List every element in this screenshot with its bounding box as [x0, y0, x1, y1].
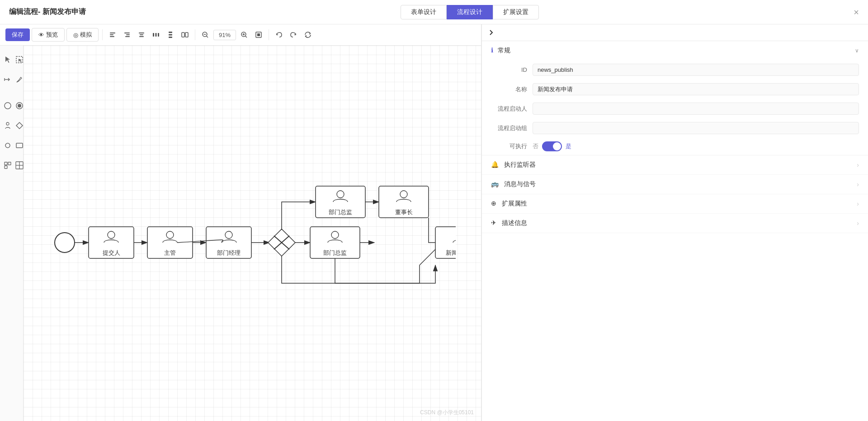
messages-label: 消息与信号: [504, 180, 536, 187]
preview-button[interactable]: 👁 预览: [32, 28, 65, 42]
circle-filled-tool[interactable]: [14, 97, 24, 114]
align-right-btn[interactable]: [121, 28, 133, 41]
svg-rect-9: [153, 33, 154, 37]
eye-icon: 👁: [38, 32, 44, 38]
fit-screen-btn[interactable]: [252, 28, 265, 41]
general-section-header[interactable]: ℹ 常规 ∨: [482, 41, 868, 60]
svg-rect-36: [16, 143, 23, 148]
chevron-right-icon-messages: ›: [857, 181, 859, 188]
listeners-row[interactable]: 🔔 执行监听器 ›: [482, 155, 868, 175]
grid-large-tool[interactable]: [14, 157, 24, 174]
svg-text:提交人: 提交人: [103, 249, 120, 256]
chevron-right-icon: [487, 29, 495, 36]
connect-tool[interactable]: [3, 71, 13, 88]
save-button[interactable]: 保存: [5, 28, 30, 41]
flow-diagram: 提交人 主管 部门经理: [49, 143, 456, 324]
ext-props-row[interactable]: ⊕ 扩展属性 ›: [482, 194, 868, 214]
grid-small-tool[interactable]: [3, 157, 13, 174]
tab-ext-settings[interactable]: 扩展设置: [493, 5, 539, 19]
executable-label: 可执行: [491, 142, 527, 150]
svg-rect-13: [169, 34, 172, 36]
top-bar: 编辑流程- 新闻发布申请 表单设计 流程设计 扩展设置 ×: [0, 0, 868, 24]
listeners-label: 执行监听器: [504, 161, 536, 168]
starter-input[interactable]: [533, 103, 859, 115]
chevron-right-icon-ext-props: ›: [857, 200, 859, 207]
undo-btn[interactable]: [273, 28, 285, 41]
svg-rect-8: [139, 36, 144, 37]
name-input[interactable]: [533, 83, 859, 95]
separator-3: [269, 29, 269, 40]
tab-form-design[interactable]: 表单设计: [401, 5, 447, 19]
redo-btn[interactable]: [287, 28, 300, 41]
circle-small-tool[interactable]: [3, 137, 13, 154]
mock-icon: ◎: [73, 32, 78, 38]
person-tool[interactable]: [3, 117, 13, 134]
chevron-right-icon-listeners: ›: [857, 161, 859, 168]
select-tool[interactable]: [14, 51, 24, 68]
svg-rect-2: [110, 36, 114, 37]
rect-tool[interactable]: [14, 137, 24, 154]
id-label: ID: [491, 66, 527, 73]
messages-row[interactable]: 🚌 消息与信号 ›: [482, 175, 868, 194]
separator-1: [102, 29, 103, 40]
tab-flow-design[interactable]: 流程设计: [447, 5, 493, 19]
align-left-btn[interactable]: [106, 28, 119, 41]
executable-row: 可执行 否 是: [482, 138, 868, 155]
starter-field: 流程启动人: [482, 99, 868, 118]
id-input[interactable]: [533, 64, 859, 76]
chevron-right-icon-desc: ›: [857, 220, 859, 227]
svg-point-33: [6, 122, 9, 125]
executable-toggle[interactable]: [542, 141, 562, 151]
flow-canvas[interactable]: 提交人 主管 部门经理: [24, 46, 481, 421]
chevron-down-icon: ∨: [855, 47, 859, 54]
tool-row-4: [3, 117, 20, 134]
page-title: 编辑流程- 新闻发布申请: [9, 7, 86, 17]
distribute-v-btn[interactable]: [164, 28, 177, 41]
info-icon: ℹ: [491, 47, 493, 54]
refresh-btn[interactable]: [302, 28, 314, 41]
tab-group: 表单设计 流程设计 扩展设置: [401, 5, 539, 19]
mock-button[interactable]: ◎ 模拟: [66, 28, 99, 42]
start-group-input[interactable]: [533, 122, 859, 134]
circle-outline-tool[interactable]: [3, 97, 13, 114]
svg-rect-3: [124, 33, 130, 33]
executable-no-label: 否: [533, 142, 538, 150]
svg-rect-38: [8, 162, 11, 165]
main-layout: 保存 👁 预览 ◎ 模拟: [0, 24, 868, 421]
pen-tool[interactable]: [14, 71, 24, 88]
zoom-in-btn[interactable]: [238, 28, 250, 41]
svg-rect-12: [169, 32, 172, 33]
right-panel: ℹ 常规 ∨ ID 名称 流程启动人 流程启动组: [481, 24, 868, 421]
zoom-out-btn[interactable]: [199, 28, 212, 41]
zoom-level[interactable]: 91%: [213, 30, 236, 40]
tool-row-1: [3, 51, 20, 68]
shape-tools-panel: [0, 46, 24, 421]
svg-rect-11: [158, 33, 159, 37]
align-center-btn[interactable]: [135, 28, 148, 41]
pointer-tool[interactable]: [3, 51, 13, 68]
panel-toggle[interactable]: [482, 24, 868, 41]
canvas-area: 提交人 主管 部门经理: [0, 46, 481, 421]
svg-text:主管: 主管: [164, 249, 176, 256]
distribute-h-btn[interactable]: [150, 28, 162, 41]
svg-text:新闻管理员: 新闻管理员: [446, 249, 456, 256]
diamond-tool[interactable]: [14, 117, 24, 134]
svg-rect-15: [182, 33, 184, 37]
svg-rect-37: [5, 162, 7, 165]
toolbar: 保存 👁 预览 ◎ 模拟: [0, 24, 481, 46]
svg-point-32: [18, 104, 21, 108]
svg-rect-7: [140, 34, 143, 35]
general-label: 常规: [498, 47, 510, 54]
svg-rect-10: [156, 33, 157, 37]
svg-rect-14: [169, 37, 172, 38]
desc-label: 描述信息: [502, 219, 527, 226]
tool-row-2: [3, 71, 20, 88]
desc-row[interactable]: ✈ 描述信息 ›: [482, 214, 868, 233]
svg-text:董事长: 董事长: [395, 209, 413, 215]
close-button[interactable]: ×: [854, 8, 859, 17]
svg-rect-0: [110, 33, 115, 33]
distribute-h2-btn[interactable]: [179, 28, 191, 41]
executable-yes-label: 是: [566, 142, 571, 150]
paper-plane-icon: ✈: [491, 219, 496, 226]
svg-line-18: [207, 36, 208, 38]
